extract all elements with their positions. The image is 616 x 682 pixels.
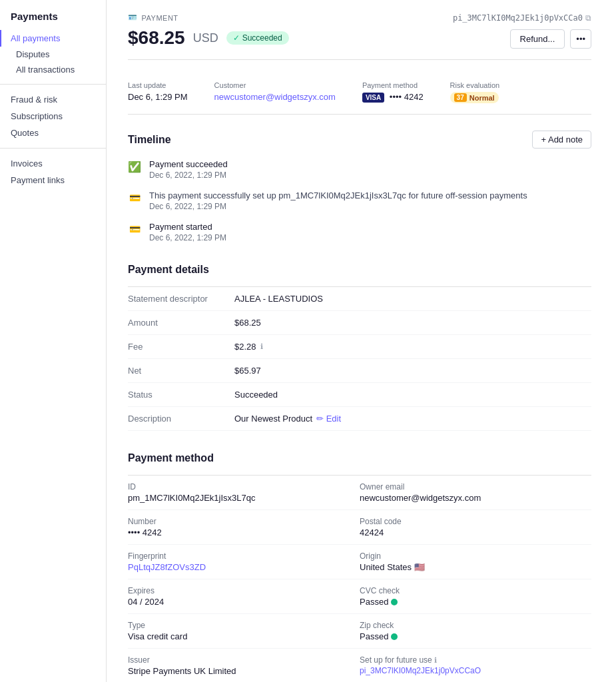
payment-details-header: Payment details — [128, 264, 591, 276]
pm-type: Type Visa credit card — [128, 614, 360, 649]
fee-info-icon[interactable]: ℹ — [260, 342, 263, 351]
detail-row-description: Description Our Newest Product ✏ Edit — [128, 407, 591, 431]
success-icon: ✅ — [128, 161, 141, 173]
payment-method-header: Payment method — [128, 452, 591, 464]
pm-cvc-check: CVC check Passed — [360, 579, 591, 614]
payment-method-grid: ID pm_1MC7lKI0Mq2JEk1jIsx3L7qc Number ••… — [128, 475, 591, 682]
payment-header: 🪪 PAYMENT $68.25 USD ✓ Succeeded — [128, 13, 591, 60]
detail-row-net: Net $65.97 — [128, 359, 591, 383]
pm-origin: Origin United States 🇺🇸 — [360, 545, 591, 579]
sidebar-item-fraud-risk[interactable]: Fraud & risk — [0, 91, 106, 108]
more-options-button[interactable]: ••• — [570, 29, 591, 49]
card-dots: •••• — [390, 92, 402, 102]
payment-id-text: pi_3MC7lKI0Mq2JEk1j0pVxCCa0 — [453, 13, 583, 23]
copy-icon[interactable]: ⧉ — [585, 13, 591, 23]
sidebar-item-all-payments[interactable]: All payments — [0, 30, 106, 47]
sidebar-item-invoices[interactable]: Invoices — [0, 155, 106, 172]
sidebar: Payments All payments Disputes All trans… — [0, 0, 107, 682]
payment-details-title: Payment details — [128, 264, 209, 276]
card-icon-2: 💳 — [129, 224, 141, 234]
sidebar-divider-1 — [0, 84, 106, 85]
action-row: Refund... ••• — [510, 29, 591, 49]
fingerprint-link[interactable]: PqLtqJZ8fZOVs3ZD — [128, 562, 206, 572]
payment-card-icon: 🪪 — [128, 13, 138, 22]
risk-badge: 37 Normal — [450, 92, 499, 103]
detail-row-descriptor: Statement descriptor AJLEA - LEASTUDIOS — [128, 287, 591, 311]
timeline-section: Timeline + Add note ✅ Payment succeeded … — [128, 131, 591, 242]
check-icon: ✓ — [233, 33, 240, 43]
sidebar-item-disputes[interactable]: Disputes — [0, 47, 106, 62]
pm-id: ID pm_1MC7lKI0Mq2JEk1jIsx3L7qc — [128, 476, 360, 510]
future-use-info-icon[interactable]: ℹ — [434, 656, 437, 664]
sidebar-item-quotes[interactable]: Quotes — [0, 125, 106, 141]
customer-email-link[interactable]: newcustomer@widgetszyx.com — [214, 92, 336, 102]
timeline-item-2: 💳 Payment started Dec 6, 2022, 1:29 PM — [128, 222, 591, 242]
payment-currency: USD — [193, 31, 218, 45]
future-use-link[interactable]: pi_3MC7lKI0Mq2JEk1j0pVxCCaO — [360, 666, 481, 675]
pm-number: Number •••• 4242 — [128, 510, 360, 545]
main-content-area: 🪪 PAYMENT $68.25 USD ✓ Succeeded — [107, 0, 616, 682]
refund-button[interactable]: Refund... — [510, 29, 565, 49]
pm-postal-code: Postal code 42424 — [360, 510, 591, 545]
pm-issuer: Issuer Stripe Payments UK Limited — [128, 649, 360, 682]
detail-row-status: Status Succeeded — [128, 383, 591, 407]
sidebar-item-all-transactions[interactable]: All transactions — [0, 62, 106, 77]
timeline-title: Timeline — [128, 134, 171, 146]
add-note-button[interactable]: + Add note — [532, 131, 591, 149]
payment-label: 🪪 PAYMENT — [128, 13, 178, 22]
meta-risk: Risk evaluation 37 Normal — [450, 81, 500, 103]
pm-left-col: ID pm_1MC7lKI0Mq2JEk1jIsx3L7qc Number ••… — [128, 476, 360, 682]
pm-fingerprint: Fingerprint PqLtqJZ8fZOVs3ZD — [128, 545, 360, 579]
sidebar-item-subscriptions[interactable]: Subscriptions — [0, 108, 106, 125]
detail-row-fee: Fee $2.28 ℹ — [128, 335, 591, 359]
payment-id-row: pi_3MC7lKI0Mq2JEk1j0pVxCCa0 ⧉ — [453, 13, 591, 23]
timeline-header: Timeline + Add note — [128, 131, 591, 149]
pm-owner-email: Owner email newcustomer@widgetszyx.com — [360, 476, 591, 510]
pm-expires: Expires 04 / 2024 — [128, 579, 360, 614]
status-badge: ✓ Succeeded — [226, 31, 289, 45]
sidebar-item-payment-links[interactable]: Payment links — [0, 172, 106, 188]
timeline-item-0: ✅ Payment succeeded Dec 6, 2022, 1:29 PM — [128, 159, 591, 180]
pm-future-use: Set up for future use ℹ pi_3MC7lKI0Mq2JE… — [360, 649, 591, 682]
risk-score: 37 — [454, 93, 467, 102]
payment-amount: $68.25 — [128, 27, 185, 49]
zip-passed-dot — [391, 633, 398, 640]
payment-details-table: Statement descriptor AJLEA - LEASTUDIOS … — [128, 286, 591, 431]
payment-details-section: Payment details Statement descriptor AJL… — [128, 264, 591, 431]
detail-row-amount: Amount $68.25 — [128, 311, 591, 335]
cvc-passed-dot — [391, 599, 398, 605]
sidebar-title: Payments — [0, 11, 106, 30]
payment-method-title: Payment method — [128, 452, 214, 464]
pm-right-col: Owner email newcustomer@widgetszyx.com P… — [360, 476, 591, 682]
meta-customer: Customer newcustomer@widgetszyx.com — [214, 81, 336, 103]
meta-row: Last update Dec 6, 1:29 PM Customer newc… — [128, 71, 591, 115]
timeline-item-1: 💳 This payment successfully set up pm_1M… — [128, 190, 591, 211]
sidebar-divider-2 — [0, 148, 106, 149]
meta-payment-method: Payment method VISA •••• 4242 — [362, 81, 424, 103]
edit-description-link[interactable]: ✏ Edit — [316, 414, 341, 424]
visa-badge: VISA — [362, 93, 384, 103]
pm-zip-check: Zip check Passed — [360, 614, 591, 649]
card-icon-1: 💳 — [129, 192, 141, 203]
payment-method-section: Payment method ID pm_1MC7lKI0Mq2JEk1jIsx… — [128, 452, 591, 682]
meta-last-update: Last update Dec 6, 1:29 PM — [128, 81, 188, 103]
